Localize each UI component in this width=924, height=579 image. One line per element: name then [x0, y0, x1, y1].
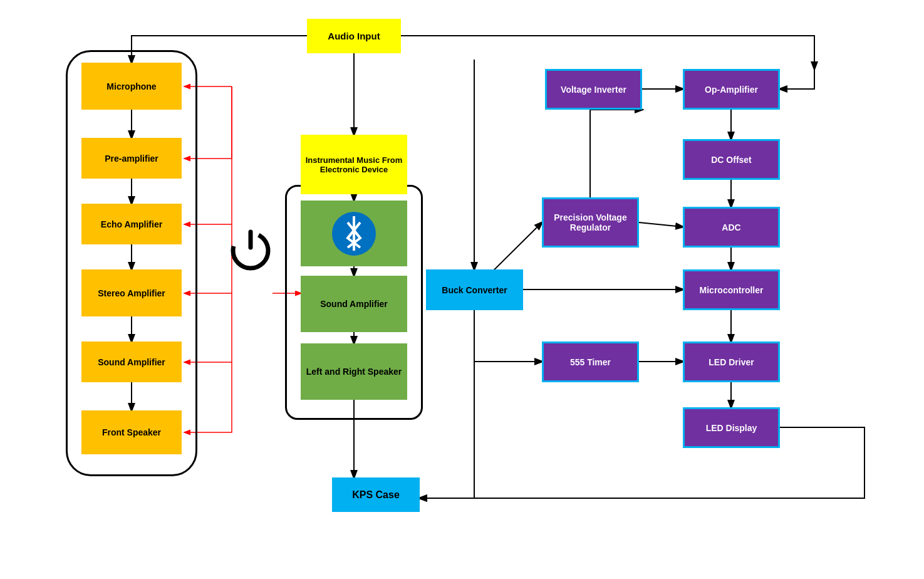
- left-right-speaker-block: Left and Right Speaker: [301, 343, 407, 400]
- microphone-block: Microphone: [81, 63, 182, 110]
- adc-block: ADC: [683, 207, 780, 248]
- precision-voltage-block: Precision Voltage Regulator: [542, 197, 639, 248]
- voltage-inverter-block: Voltage Inverter: [545, 69, 642, 110]
- instrumental-block: Instrumental Music From Electronic Devic…: [301, 135, 407, 194]
- diagram: Audio Input Microphone Pre-amplifier Ech…: [0, 0, 924, 579]
- buck-converter-block: Buck Converter: [426, 269, 523, 310]
- sound-amplifier-left-block: Sound Amplifier: [81, 342, 182, 382]
- audio-input-block: Audio Input: [307, 19, 401, 53]
- power-icon: [226, 226, 276, 276]
- led-driver-block: LED Driver: [683, 342, 780, 382]
- svg-line-16: [639, 222, 683, 227]
- led-display-block: LED Display: [683, 407, 780, 448]
- bluetooth-icon: [332, 212, 376, 256]
- front-speaker-block: Front Speaker: [81, 410, 182, 454]
- stereo-amplifier-block: Stereo Amplifier: [81, 269, 182, 316]
- sound-amplifier-right-block: Sound Amplifier: [301, 276, 407, 332]
- echo-amplifier-block: Echo Amplifier: [81, 204, 182, 244]
- microcontroller-block: Microcontroller: [683, 269, 780, 310]
- op-amplifier-block: Op-Amplifier: [683, 69, 780, 110]
- bluetooth-block: [301, 201, 407, 266]
- timer-555-block: 555 Timer: [542, 342, 639, 382]
- dc-offset-block: DC Offset: [683, 139, 780, 180]
- pre-amplifier-block: Pre-amplifier: [81, 138, 182, 179]
- kps-case-block: KPS Case: [332, 477, 420, 512]
